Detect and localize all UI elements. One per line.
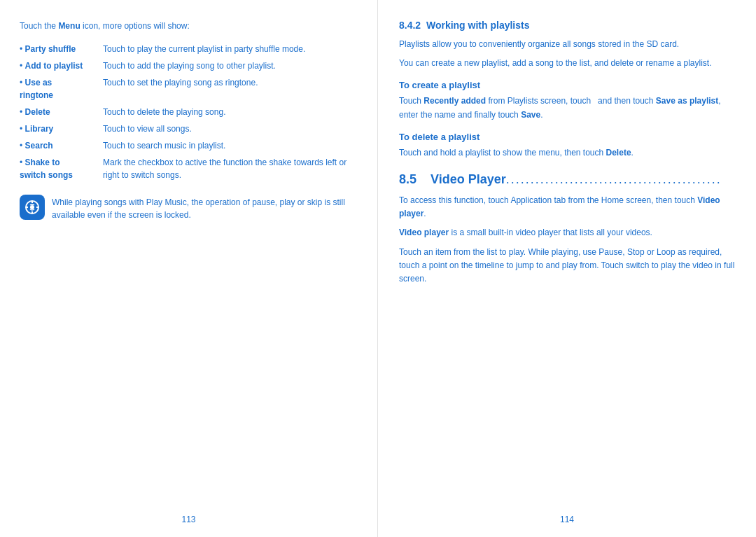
right-page: 8.4.2 Working with playlists Playlists a… [378,0,756,537]
table-row: • Party shuffle Touch to play the curren… [20,41,356,57]
desc-cell: Mark the checkbox to active the function… [100,154,356,183]
page-container: Touch the Menu icon, more options will s… [0,0,756,537]
video-para3: Touch an item from the list to play. Whi… [399,246,735,286]
intro-text: Touch the Menu icon, more options will s… [20,20,356,32]
table-row: • Shake toswitch songs Mark the checkbox… [20,154,356,183]
desc-cell: Touch to delete the playing song. [100,104,356,120]
term-cell: • Shake toswitch songs [20,154,100,183]
desc-cell: Touch to add the playing song to other p… [100,57,356,74]
delete-playlist-title: To delete a playlist [399,132,735,142]
term-cell: • Use asringtone [20,74,100,104]
save-bold: Save [521,110,540,120]
create-playlist-title: To create a playlist [399,80,735,90]
term-cell: • Search [20,137,100,154]
note-text: While playing songs with Play Music, the… [52,195,356,221]
create-playlist-text: Touch Recently added from Playlists scre… [399,95,735,121]
desc-cell: Touch to view all songs. [100,120,356,137]
menu-table: • Party shuffle Touch to play the curren… [20,41,356,183]
video-section-number: 8.5 [399,172,416,187]
table-row: • Search Touch to search music in playli… [20,137,356,154]
video-player-bold1: Video player [399,195,720,218]
play-music-icon [20,195,45,220]
table-row: • Delete Touch to delete the playing son… [20,104,356,120]
note-box: While playing songs with Play Music, the… [20,195,356,221]
left-page-number: 113 [181,515,195,524]
video-section-title: 8.5 Video Player........................… [399,172,735,187]
term-cell: • Library [20,120,100,137]
section-title-text: Working with playlists [426,20,530,31]
table-row: • Use asringtone Touch to set the playin… [20,74,356,104]
delete-bold: Delete [606,148,631,158]
table-row: • Library Touch to view all songs. [20,120,356,137]
video-para2: Video player is a small built-in video p… [399,226,735,239]
term-cell: • Delete [20,104,100,120]
menu-bold: Menu [58,21,80,31]
table-row: • Add to playlist Touch to add the playi… [20,57,356,74]
video-player-bold2: Video player [399,228,449,237]
save-as-playlist-bold: Save as playlist [656,96,718,106]
desc-cell: Touch to search music in playlist. [100,137,356,154]
left-page: Touch the Menu icon, more options will s… [0,0,378,537]
desc-cell: Touch to set the playing song as rington… [100,74,356,104]
working-para1: Playlists allow you to conveniently orga… [399,38,735,51]
term-cell: • Add to playlist [20,57,100,74]
video-section-name: Video Player [430,172,506,187]
working-para2: You can create a new playlist, add a son… [399,57,735,70]
section-dots: ........................................… [506,172,722,187]
delete-playlist-text: Touch and hold a playlist to show the me… [399,146,735,160]
svg-point-1 [30,205,34,209]
right-page-number: 114 [560,515,574,524]
term-cell: • Party shuffle [20,41,100,57]
recently-added-bold: Recently added [424,96,486,106]
desc-cell: Touch to play the current playlist in pa… [100,41,356,57]
video-para1: To access this function, touch Applicati… [399,194,735,221]
section-number: 8.4.2 [399,20,421,31]
section-842-title: 8.4.2 Working with playlists [399,20,735,31]
